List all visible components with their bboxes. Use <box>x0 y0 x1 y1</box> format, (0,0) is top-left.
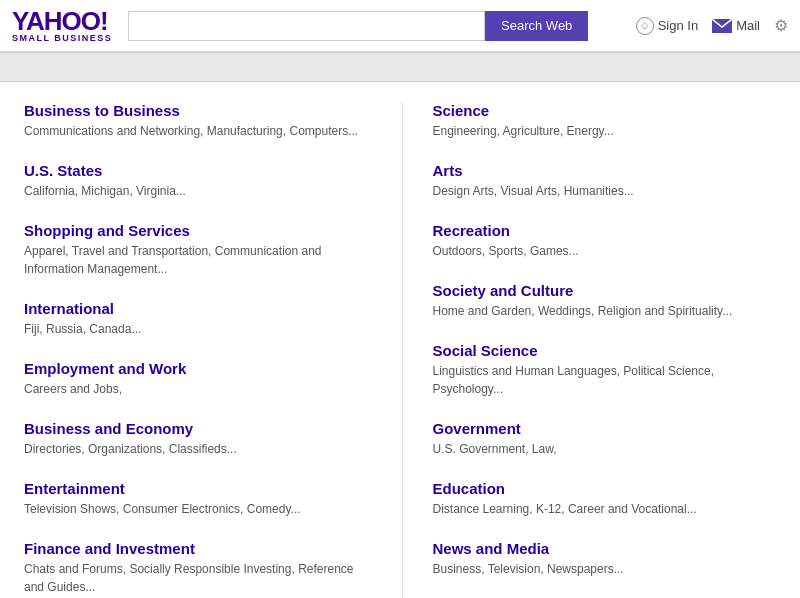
category-desc: Business, Television, Newspapers... <box>433 560 781 578</box>
category-desc: Careers and Jobs, <box>24 380 372 398</box>
category-desc: U.S. Government, Law, <box>433 440 781 458</box>
category-title[interactable]: International <box>24 300 372 317</box>
sign-in-link[interactable]: ☺ Sign In <box>636 17 698 35</box>
category-desc: Television Shows, Consumer Electronics, … <box>24 500 372 518</box>
category-desc: Linguistics and Human Languages, Politic… <box>433 362 781 398</box>
mail-label: Mail <box>736 18 760 33</box>
category-desc: Design Arts, Visual Arts, Humanities... <box>433 182 781 200</box>
category-block: Business and EconomyDirectories, Organiz… <box>24 420 372 458</box>
category-block: ScienceEngineering, Agriculture, Energy.… <box>433 102 781 140</box>
category-title[interactable]: Arts <box>433 162 781 179</box>
category-desc: Fiji, Russia, Canada... <box>24 320 372 338</box>
category-title[interactable]: Society and Culture <box>433 282 781 299</box>
category-title[interactable]: Finance and Investment <box>24 540 372 557</box>
category-desc: Home and Garden, Weddings, Religion and … <box>433 302 781 320</box>
category-block: GovernmentU.S. Government, Law, <box>433 420 781 458</box>
category-title[interactable]: Social Science <box>433 342 781 359</box>
category-block: News and MediaBusiness, Television, News… <box>433 540 781 578</box>
category-desc: Outdoors, Sports, Games... <box>433 242 781 260</box>
mail-link[interactable]: Mail <box>712 18 760 33</box>
category-desc: Distance Learning, K-12, Career and Voca… <box>433 500 781 518</box>
category-title[interactable]: Recreation <box>433 222 781 239</box>
category-block: Business to BusinessCommunications and N… <box>24 102 372 140</box>
category-title[interactable]: Employment and Work <box>24 360 372 377</box>
logo-subtitle: SMALL BUSINESS <box>12 34 112 43</box>
category-block: U.S. StatesCalifornia, Michigan, Virgini… <box>24 162 372 200</box>
category-desc: California, Michigan, Virginia... <box>24 182 372 200</box>
gear-icon[interactable]: ⚙ <box>774 16 788 35</box>
sign-in-label: Sign In <box>658 18 698 33</box>
category-title[interactable]: Shopping and Services <box>24 222 372 239</box>
category-title[interactable]: Entertainment <box>24 480 372 497</box>
mail-icon <box>712 19 732 33</box>
category-desc: Communications and Networking, Manufactu… <box>24 122 372 140</box>
logo-area: YAHOO! SMALL BUSINESS <box>12 8 112 43</box>
header-actions: ☺ Sign In Mail ⚙ <box>636 16 788 35</box>
category-block: Society and CultureHome and Garden, Wedd… <box>433 282 781 320</box>
category-desc: Apparel, Travel and Transportation, Comm… <box>24 242 372 278</box>
category-block: Social ScienceLinguistics and Human Lang… <box>433 342 781 398</box>
search-button[interactable]: Search Web <box>485 11 588 41</box>
search-bar: Search Web <box>128 11 588 41</box>
category-block: RecreationOutdoors, Sports, Games... <box>433 222 781 260</box>
category-title[interactable]: Education <box>433 480 781 497</box>
category-title[interactable]: Business to Business <box>24 102 372 119</box>
yahoo-logo: YAHOO! <box>12 8 112 34</box>
category-block: InternationalFiji, Russia, Canada... <box>24 300 372 338</box>
category-block: ArtsDesign Arts, Visual Arts, Humanities… <box>433 162 781 200</box>
main-content: Business to BusinessCommunications and N… <box>0 82 800 598</box>
category-title[interactable]: U.S. States <box>24 162 372 179</box>
user-icon: ☺ <box>636 17 654 35</box>
category-desc: Chats and Forums, Socially Responsible I… <box>24 560 372 596</box>
category-block: EducationDistance Learning, K-12, Career… <box>433 480 781 518</box>
category-title[interactable]: News and Media <box>433 540 781 557</box>
category-block: Shopping and ServicesApparel, Travel and… <box>24 222 372 278</box>
category-title[interactable]: Business and Economy <box>24 420 372 437</box>
search-input[interactable] <box>128 11 485 41</box>
category-desc: Engineering, Agriculture, Energy... <box>433 122 781 140</box>
category-block: EntertainmentTelevision Shows, Consumer … <box>24 480 372 518</box>
left-column: Business to BusinessCommunications and N… <box>24 102 403 598</box>
category-block: Employment and WorkCareers and Jobs, <box>24 360 372 398</box>
category-desc: Directories, Organizations, Classifieds.… <box>24 440 372 458</box>
separator-bar <box>0 52 800 82</box>
category-title[interactable]: Government <box>433 420 781 437</box>
header: YAHOO! SMALL BUSINESS Search Web ☺ Sign … <box>0 0 800 52</box>
category-block: Finance and InvestmentChats and Forums, … <box>24 540 372 596</box>
category-title[interactable]: Science <box>433 102 781 119</box>
right-column: ScienceEngineering, Agriculture, Energy.… <box>403 102 781 598</box>
